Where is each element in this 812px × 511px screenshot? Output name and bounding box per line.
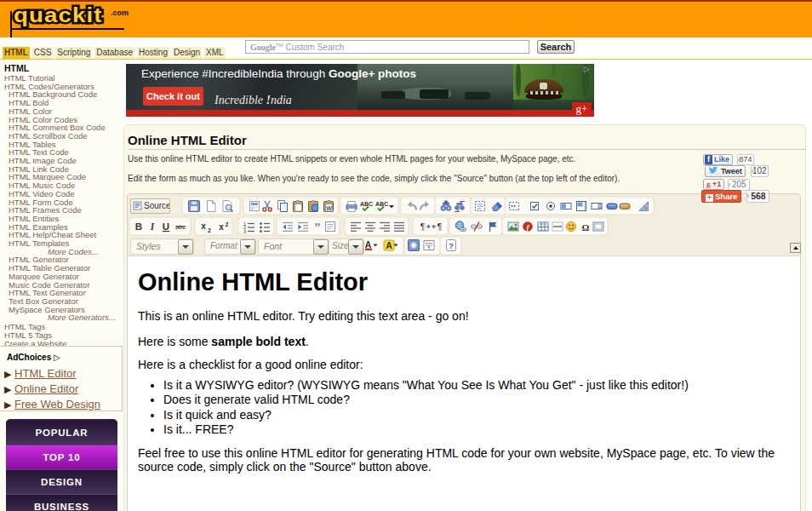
svg-text:?: ?	[449, 241, 454, 250]
svg-text:2: 2	[226, 221, 229, 227]
svg-text:A: A	[365, 239, 372, 250]
svg-text:¶: ¶	[420, 222, 425, 232]
svg-text:”: ”	[314, 221, 321, 234]
svg-text:I: I	[150, 221, 155, 232]
svg-text:x: x	[201, 221, 206, 231]
svg-text:¶: ¶	[437, 222, 442, 232]
svg-text:ABC: ABC	[360, 201, 373, 207]
svg-text:x: x	[219, 222, 224, 232]
svg-text:¶: ¶	[427, 245, 430, 250]
svg-text:3: 3	[243, 229, 246, 234]
svg-text:Ω: Ω	[582, 222, 590, 233]
svg-text:ABC: ABC	[375, 201, 388, 207]
svg-text:2: 2	[208, 227, 211, 233]
svg-text:W: W	[326, 205, 332, 211]
svg-text:A: A	[386, 240, 392, 250]
svg-text:U: U	[163, 221, 169, 232]
svg-text:B: B	[135, 221, 142, 232]
